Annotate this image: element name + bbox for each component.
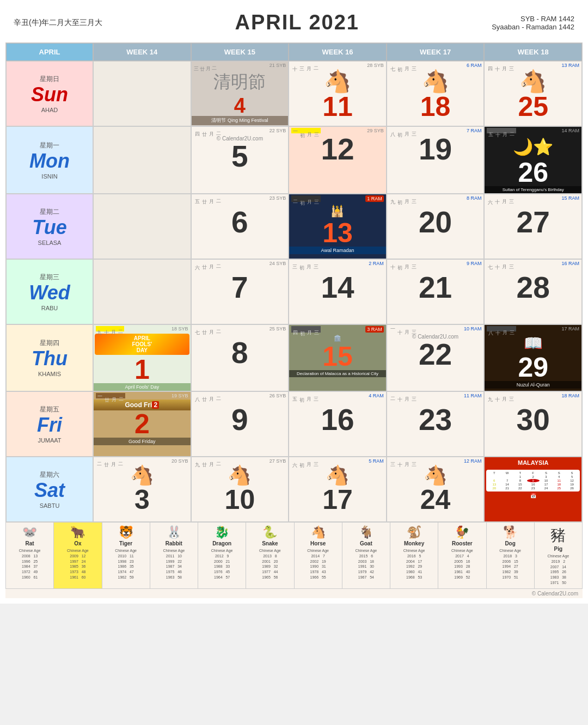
cell-mon-w16-apr12[interactable]: 三月初一 29 SYB 12 — [289, 126, 387, 194]
zodiac-rooster: 🐓 Rooster Chinese Age2017 42005 161993 2… — [438, 523, 486, 588]
cell-fri-w17-apr23[interactable]: 三月十二 11 RAM 23 — [387, 391, 485, 457]
zodiac-horse: 🐴 Horse Chinese Age2014 72002 191990 311… — [295, 523, 342, 588]
col-header-week16: WEEK 16 — [289, 43, 387, 61]
col-header-week17: WEEK 17 — [387, 43, 485, 61]
zodiac-snake: 🐍 Snake Chinese Age2013 82001 201989 321… — [246, 523, 294, 588]
cell-wed-w18-apr28[interactable]: 三月十七 16 RAM 28 — [484, 259, 582, 324]
calendar-grid: APRIL WEEK 14 WEEK 15 WEEK 16 WEEK 17 WE… — [5, 42, 583, 523]
cell-empty-mon-w14 — [93, 126, 191, 194]
cell-sun-w17-apr18[interactable]: 三月初七 6 RAM 🐴 18 — [387, 61, 485, 126]
cell-sat-w14-apr3[interactable]: 二月廿二 20 SYB 🐴 3 — [93, 457, 191, 522]
zodiac-goat: 🐐 Goat Chinese Age2015 62003 181991 3019… — [342, 523, 390, 588]
cell-sat-w15-apr10[interactable]: 二月廿九 27 SYB 🐴 10 — [191, 457, 289, 522]
zodiac-row: 🐭 Rat Chinese Age2008 131996 251984 3719… — [5, 523, 583, 589]
cell-empty-wed-w14 — [93, 259, 191, 324]
calendar-wrapper: 辛丑(牛)年二月大至三月大 APRIL 2021 SYB - RAM 1442 … — [0, 0, 588, 604]
zodiac-pig: 豬 Pig Chinese Age2019 22007 141995 26198… — [535, 523, 582, 588]
cell-sun-w15-apr4[interactable]: 二月廿三 21 SYB 清明節 4 清明节 Qing Ming Festival — [191, 61, 289, 126]
cell-sat-w18-malaysia[interactable]: MALAYSIA TWTFSSS 12345 6789101112 131415… — [484, 457, 582, 522]
cell-wed-w17-apr21[interactable]: 三月初十 9 RAM 21 — [387, 259, 485, 324]
month-year-title: APRIL 2021 — [235, 11, 359, 34]
cell-fri-w14-apr2[interactable]: 二月廿一 19 SYB Good Fri2 2 Good Friday — [93, 391, 191, 457]
cell-mon-w18-apr26[interactable]: 二月十五 14 RAM 🌙⭐ 26 Sultan of Terengganu's… — [484, 126, 582, 194]
cell-tue-w15-apr6[interactable]: 二月廿五 23 SYB 6 — [191, 194, 289, 259]
cell-mon-w17-apr19[interactable]: 三月初八 7 RAM 19 — [387, 126, 485, 194]
chinese-year: 辛丑(牛)年二月大至三月大 — [14, 18, 102, 28]
day-label-tue: 星期二 Tue SELASA — [6, 194, 93, 259]
col-header-april: APRIL — [6, 43, 93, 61]
zodiac-tiger: 🐯 Tiger Chinese Age2010 111998 231986 35… — [102, 523, 150, 588]
cell-empty-sun-w14 — [93, 61, 191, 126]
zodiac-rat: 🐭 Rat Chinese Age2008 131996 251984 3719… — [6, 523, 54, 588]
day-label-sun: 星期日 Sun AHAD — [6, 61, 93, 126]
col-header-week18: WEEK 18 — [484, 43, 582, 61]
hijri-date: SYB - RAM 1442 Syaaban - Ramadan 1442 — [492, 15, 574, 31]
day-label-thu: 星期四 Thu KHAMIS — [6, 324, 93, 391]
cell-sat-w16-apr17[interactable]: 三月初六 5 RAM 🐴 17 — [289, 457, 387, 522]
cell-mon-w15-apr5[interactable]: 二月廿四 22 SYB © Calendar2U.com 5 — [191, 126, 289, 194]
cell-thu-w18-apr29[interactable]: 三月十八 17 RAM 📖 29 Nuzul Al-Quran — [484, 324, 582, 391]
col-header-week14: WEEK 14 — [93, 43, 191, 61]
day-label-sat: 星期六 Sat SABTU — [6, 457, 93, 522]
malay-sun: AHAD — [41, 107, 58, 113]
col-header-week15: WEEK 15 — [191, 43, 289, 61]
cell-thu-w17-apr22[interactable]: 三月十一 10 RAM © Calendar2U.com 22 — [387, 324, 485, 391]
calendar-header: 辛丑(牛)年二月大至三月大 APRIL 2021 SYB - RAM 1442 … — [5, 5, 583, 42]
chinese-sun: 星期日 — [40, 75, 59, 84]
cell-tue-w16-apr13[interactable]: 三月初二 1 RAM 🕌 13 Awal Ramadan — [289, 194, 387, 259]
cell-fri-w15-apr9[interactable]: 二月廿八 26 SYB 9 — [191, 391, 289, 457]
cell-thu-w16-apr15[interactable]: 三月初四 3 RAM 🏛️ 15 Declaration of Malacca … — [289, 324, 387, 391]
cell-tue-w18-apr27[interactable]: 三月十六 15 RAM 27 — [484, 194, 582, 259]
zodiac-ox: 🐂 Ox Chinese Age2009 121997 241985 36197… — [54, 523, 102, 588]
cell-wed-w16-apr14[interactable]: 三月初三 2 RAM 14 — [289, 259, 387, 324]
copyright-footer: © Calendar2U.com — [5, 589, 583, 598]
cell-fri-w18-apr30[interactable]: 三月十九 18 RAM 30 — [484, 391, 582, 457]
eng-day-sun: Sun — [31, 85, 68, 105]
cell-sat-w17-apr24[interactable]: 三月十三 12 RAM 🐴 24 — [387, 457, 485, 522]
zodiac-monkey: 🐒 Monkey Chinese Age2016 52004 171992 29… — [390, 523, 438, 588]
day-label-fri: 星期五 Fri JUMAAT — [6, 391, 93, 457]
cell-thu-w15-apr8[interactable]: 二月廿七 25 SYB 8 — [191, 324, 289, 391]
day-label-wed: 星期三 Wed RABU — [6, 259, 93, 324]
cell-thu-w14-apr1[interactable]: 二月十九 18 SYB APRILFOOLS'DAY 1 April Fools… — [93, 324, 191, 391]
cell-wed-w15-apr7[interactable]: 二月廿六 24 SYB 7 — [191, 259, 289, 324]
zodiac-dog: 🐕 Dog Chinese Age2018 32006 151994 27198… — [487, 523, 535, 588]
cell-sun-w16-apr11[interactable]: 二月三十 28 SYB 🐴 11 — [289, 61, 387, 126]
cell-empty-tue-w14 — [93, 194, 191, 259]
cell-sun-w18-apr25[interactable]: 三月十四 13 RAM 🐴 25 — [484, 61, 582, 126]
day-label-mon: 星期一 Mon ISNIN — [6, 126, 93, 194]
cell-tue-w17-apr20[interactable]: 三月初九 8 RAM 20 — [387, 194, 485, 259]
cell-fri-w16-apr16[interactable]: 三月初五 4 RAM 16 — [289, 391, 387, 457]
zodiac-dragon: 🐉 Dragon Chinese Age2012 92000 211988 33… — [198, 523, 246, 588]
zodiac-rabbit: 🐰 Rabbit Chinese Age2011 101999 221987 3… — [150, 523, 198, 588]
